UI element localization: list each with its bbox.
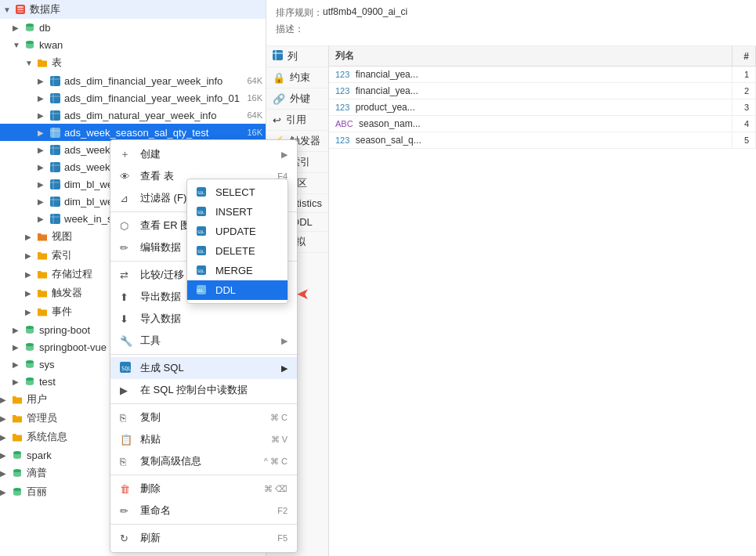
- section-fk[interactable]: 🔗 外键: [266, 88, 328, 110]
- tree-item-databases[interactable]: ▼ 数据库: [0, 0, 266, 19]
- submenu-arrow: ▶: [281, 336, 288, 346]
- svg-text:DDL: DDL: [197, 288, 204, 293]
- submenu-select[interactable]: SQL SELECT: [187, 182, 288, 202]
- folder-icon: [36, 268, 49, 280]
- svg-text:SQL: SQL: [197, 210, 204, 215]
- col-type-badge: ABC: [335, 119, 353, 128]
- table-metadata: 排序规则： utf8mb4_0900_ai_ci 描述：: [266, 0, 756, 46]
- expand-arrow: ▶: [25, 251, 36, 260]
- menu-refresh[interactable]: ↻ 刷新 F5: [110, 527, 297, 549]
- section-label: 列: [288, 49, 298, 63]
- menu-paste[interactable]: 📋 粘贴 ⌘ V: [110, 428, 297, 450]
- svg-rect-40: [273, 50, 283, 60]
- column-row[interactable]: 123 financial_yea... 1: [329, 67, 756, 83]
- menu-label: 过滤器 (F): [140, 191, 186, 205]
- shortcut-label: ⌘ V: [271, 435, 288, 445]
- folder-icon: [11, 393, 24, 406]
- folder-icon: [11, 412, 24, 424]
- tree-item-t1[interactable]: ▶ ads_dim_financial_year_week_info 64K: [0, 72, 266, 89]
- tree-item-tables[interactable]: ▼ 表: [0, 53, 266, 72]
- menu-label: 在 SQL 控制台中读数据: [140, 383, 248, 397]
- export-icon: ⬆: [120, 291, 134, 303]
- expand-arrow: ▶: [25, 270, 36, 279]
- separator: [110, 524, 297, 525]
- tree-label: db: [39, 22, 262, 34]
- folder-icon: [11, 431, 24, 443]
- schema-icon: [24, 358, 36, 370]
- table-icon: [49, 212, 61, 225]
- column-row[interactable]: 123 product_yea... 3: [329, 99, 756, 116]
- tree-item-db[interactable]: ▶ db: [0, 19, 266, 36]
- column-name: 123 financial_yea...: [329, 83, 732, 99]
- menu-label: 粘贴: [140, 432, 161, 446]
- column-name: 123 season_sal_q...: [329, 132, 732, 149]
- col-header-name: 列名: [329, 46, 732, 67]
- ddl-type-icon: DDL: [197, 285, 211, 296]
- menu-label: 工具: [140, 334, 161, 348]
- menu-tools[interactable]: 🔧 工具 ▶: [110, 330, 297, 352]
- folder-icon: [36, 230, 49, 243]
- properties-panel: 排序规则： utf8mb4_0900_ai_ci 描述： 列 🔒 约束 🔗 外键: [266, 0, 756, 556]
- menu-copy-advanced[interactable]: ⎘ 复制高级信息 ^ ⌘ C: [110, 450, 297, 472]
- paste-icon: 📋: [120, 434, 134, 446]
- expand-arrow: ▶: [13, 326, 24, 334]
- tree-item-t3[interactable]: ▶ ads_dim_natural_year_week_info 64K: [0, 107, 266, 124]
- section-label: 约束: [290, 70, 310, 85]
- folder-icon: [36, 56, 49, 69]
- col-type-badge: 123: [335, 86, 349, 96]
- tree-label: ads_dim_natural_year_week_info: [64, 110, 244, 121]
- svg-text:SQL: SQL: [197, 190, 204, 195]
- menu-rename[interactable]: ✏ 重命名 F2: [110, 500, 297, 522]
- separator: [110, 354, 297, 355]
- menu-import[interactable]: ⬇ 导入数据: [110, 308, 297, 330]
- submenu-label: DDL: [215, 284, 236, 296]
- expand-arrow: ▶: [25, 308, 36, 316]
- col-type-badge: 123: [335, 70, 349, 79]
- svg-text:SQL: SQL: [121, 366, 131, 372]
- tools-icon: 🔧: [120, 335, 134, 347]
- section-columns[interactable]: 列: [266, 46, 328, 67]
- sql-type-icon: SQL: [197, 187, 211, 198]
- column-num: 2: [732, 83, 756, 99]
- tree-item-t2[interactable]: ▶ ads_dim_financial_year_week_info_01 16…: [0, 89, 266, 107]
- submenu-insert[interactable]: SQL INSERT: [187, 202, 288, 222]
- db-icon: [14, 3, 27, 16]
- column-row[interactable]: ABC season_nam... 4: [329, 116, 756, 132]
- col-name-text: season_sal_q...: [356, 135, 421, 146]
- expand-arrow: ▶: [13, 360, 24, 369]
- tree-item-kwan[interactable]: ▼ kwan: [0, 36, 266, 53]
- svg-rect-12: [50, 110, 60, 121]
- menu-label: 生成 SQL: [140, 361, 184, 375]
- tree-item-t4[interactable]: ▶ ads_week_season_sal_qty_test 16K: [0, 124, 266, 141]
- expand-arrow: ▶: [13, 23, 24, 32]
- import-icon: ⬇: [120, 313, 134, 325]
- expand-arrow: ▶: [13, 377, 24, 386]
- size-label: 64K: [247, 110, 262, 120]
- expand-arrow: ▶: [0, 395, 11, 404]
- expand-arrow: ▶: [38, 180, 49, 189]
- shortcut-label: F2: [277, 506, 288, 515]
- submenu-label: INSERT: [215, 206, 252, 218]
- menu-label: 删除: [140, 482, 161, 496]
- menu-read-sql[interactable]: ▶ 在 SQL 控制台中读数据: [110, 379, 297, 401]
- column-row[interactable]: 123 season_sal_q... 5: [329, 132, 756, 149]
- submenu-delete[interactable]: SQL DELETE: [187, 241, 288, 261]
- section-constraints[interactable]: 🔒 约束: [266, 67, 328, 88]
- menu-generate-sql[interactable]: SQL 生成 SQL ▶: [110, 357, 297, 379]
- columns-icon: [273, 50, 283, 63]
- menu-copy[interactable]: ⎘ 复制 ⌘ C: [110, 406, 297, 428]
- expand-arrow: ▶: [38, 146, 49, 154]
- submenu-update[interactable]: SQL UPDATE: [187, 222, 288, 241]
- submenu-merge[interactable]: SQL MERGE: [187, 261, 288, 280]
- submenu-ddl[interactable]: DDL DDL ➤: [187, 280, 288, 300]
- section-refs[interactable]: ↩ 引用: [266, 110, 328, 131]
- menu-delete[interactable]: 🗑 删除 ⌘ ⌫: [110, 478, 297, 500]
- menu-create[interactable]: ＋ 创建 ▶: [110, 143, 297, 165]
- expand-arrow: ▼: [3, 5, 14, 14]
- expand-arrow: ▶: [0, 469, 11, 478]
- shortcut-label: ⌘ C: [270, 413, 288, 423]
- column-row[interactable]: 123 financial_yea... 2: [329, 83, 756, 99]
- tree-label: 数据库: [30, 2, 262, 16]
- schema-icon: [24, 341, 36, 353]
- submenu-label: UPDATE: [215, 226, 256, 237]
